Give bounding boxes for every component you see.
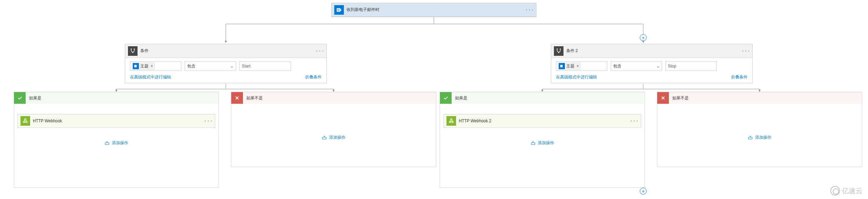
add-action-label: 添加操作 — [112, 140, 128, 146]
add-action-label: 添加操作 — [755, 135, 772, 140]
branch-label: 如果是 — [455, 95, 467, 101]
condition-field-input[interactable]: 主题 × — [130, 61, 181, 71]
token-remove-icon[interactable]: × — [151, 64, 153, 69]
watermark-text: 亿速云 — [842, 186, 863, 196]
action-card-webhook[interactable]: HTTP Webhook 2 · · · — [443, 114, 641, 128]
add-action-label: 添加操作 — [329, 135, 346, 140]
condition-header[interactable]: 条件 2 · · · — [551, 44, 752, 58]
svg-rect-8 — [340, 9, 341, 11]
add-action-button[interactable]: 添加操作 — [661, 135, 858, 140]
field-token-chip[interactable]: 主题 × — [132, 62, 155, 70]
value-input[interactable]: Stop — [665, 61, 717, 71]
condition-card-right: 条件 2 · · · 主题 × 包含 ⌄ Stop 在高级模 — [551, 44, 753, 83]
webhook-icon — [446, 116, 456, 126]
svg-point-9 — [131, 48, 132, 49]
value-text: Stop — [668, 64, 676, 69]
operator-value: 包含 — [613, 63, 621, 69]
add-action-icon — [322, 135, 327, 140]
branch-no-right: 如果不是 添加操作 — [657, 92, 862, 167]
action-menu-button[interactable]: · · · — [631, 119, 638, 123]
outlook-icon: O — [334, 5, 344, 15]
branch-yes-right: 如果是 HTTP Webhook 2 · · · 添加操作 — [440, 92, 645, 188]
svg-rect-21 — [323, 137, 326, 139]
svg-text:O: O — [337, 9, 340, 12]
value-text: Start — [242, 64, 250, 69]
add-action-icon — [104, 140, 110, 146]
chevron-down-icon: ⌄ — [656, 64, 660, 69]
svg-rect-25 — [531, 142, 535, 144]
trigger-card[interactable]: O 收到新电子邮件时 · · · — [331, 3, 536, 17]
token-label: 主题 — [566, 63, 574, 69]
svg-rect-20 — [105, 142, 109, 144]
operator-value: 包含 — [187, 63, 195, 69]
svg-point-13 — [557, 48, 558, 49]
check-icon — [14, 92, 26, 104]
chevron-down-icon: ⌄ — [230, 64, 234, 69]
token-label: 主题 — [140, 63, 148, 69]
add-action-button[interactable]: 添加操作 — [235, 135, 432, 140]
branch-yes-left: 如果是 HTTP Webhook · · · 添加操作 — [14, 92, 219, 188]
add-action-icon — [530, 140, 536, 146]
svg-point-11 — [132, 52, 133, 53]
collapse-condition-link[interactable]: 折叠条件 — [305, 74, 322, 80]
trigger-title: 收到新电子邮件时 — [347, 7, 379, 13]
collapse-condition-link[interactable]: 折叠条件 — [731, 74, 748, 80]
svg-rect-26 — [749, 137, 752, 139]
condition-icon — [128, 46, 138, 56]
value-input[interactable]: Start — [239, 61, 291, 71]
branch-label: 如果不是 — [246, 95, 263, 101]
add-branch-button[interactable]: + — [640, 34, 647, 41]
condition-menu-button[interactable]: · · · — [742, 49, 750, 53]
add-action-button[interactable]: 添加操作 — [17, 140, 215, 146]
condition-field-input[interactable]: 主题 × — [556, 61, 607, 71]
action-menu-button[interactable]: · · · — [205, 119, 212, 123]
svg-rect-16 — [560, 65, 563, 67]
svg-rect-12 — [134, 65, 137, 67]
add-action-button[interactable]: 添加操作 — [443, 140, 641, 146]
watermark-icon — [830, 186, 840, 196]
add-step-button[interactable]: + — [640, 188, 647, 195]
branch-label: 如果是 — [29, 95, 41, 101]
svg-point-14 — [560, 48, 561, 49]
advanced-mode-link[interactable]: 在高级模式中进行编辑 — [130, 74, 171, 80]
condition-icon — [554, 46, 563, 56]
operator-select[interactable]: 包含 ⌄ — [611, 61, 662, 71]
condition-card-left: 条件 · · · 主题 × 包含 ⌄ Start 在高级模式 — [125, 44, 327, 83]
field-token-chip[interactable]: 主题 × — [558, 62, 581, 70]
watermark: 亿速云 — [830, 186, 863, 196]
action-title: HTTP Webhook — [33, 119, 62, 123]
add-action-icon — [748, 135, 753, 140]
condition-header[interactable]: 条件 · · · — [125, 44, 326, 58]
close-icon — [231, 92, 243, 104]
check-icon — [440, 92, 452, 104]
svg-point-15 — [558, 52, 559, 53]
condition-menu-button[interactable]: · · · — [316, 49, 324, 53]
outlook-icon — [133, 63, 139, 69]
webhook-icon — [21, 116, 30, 126]
operator-select[interactable]: 包含 ⌄ — [185, 61, 236, 71]
condition-title: 条件 2 — [566, 48, 578, 54]
advanced-mode-link[interactable]: 在高级模式中进行编辑 — [556, 74, 597, 80]
svg-point-10 — [134, 48, 135, 49]
add-action-label: 添加操作 — [538, 140, 554, 146]
condition-title: 条件 — [140, 48, 148, 54]
branch-label: 如果不是 — [672, 95, 689, 101]
branch-no-left: 如果不是 添加操作 — [231, 92, 436, 167]
token-remove-icon[interactable]: × — [576, 64, 579, 69]
trigger-menu-button[interactable]: · · · — [526, 8, 533, 12]
close-icon — [657, 92, 669, 104]
action-card-webhook[interactable]: HTTP Webhook · · · — [17, 114, 215, 128]
outlook-icon — [559, 63, 565, 69]
action-title: HTTP Webhook 2 — [459, 119, 491, 123]
